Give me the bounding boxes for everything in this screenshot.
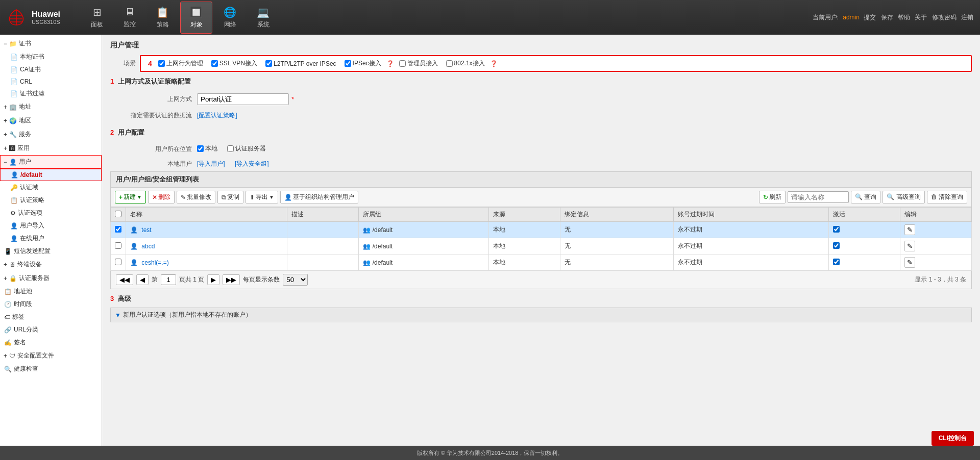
sidebar-item-auth-option[interactable]: ⚙ 认证选项 [0,207,102,219]
sidebar-item-sms-config[interactable]: 📱 短信发送配置 [0,245,102,258]
scenario-ssl-vpn[interactable]: SSL VPN接入 [211,59,257,68]
sidebar-item-user[interactable]: − 👤 用户 [0,155,102,169]
action-change-pw[interactable]: 修改密码 [932,14,957,21]
8021x-help-icon[interactable]: ❓ [490,60,498,67]
scenario-num: 4 [148,60,152,68]
auth-policy-link[interactable]: [配置认证策略] [197,112,237,119]
location-local-check[interactable] [197,145,204,152]
search-button[interactable]: 🔍 查询 [851,191,880,203]
page-input[interactable] [161,274,176,285]
sidebar-item-auth-domain[interactable]: 🔑 认证域 [0,181,102,194]
row3-checkbox[interactable] [115,259,121,265]
th-edit: 编辑 [900,208,972,222]
row2-active-check[interactable] [833,242,840,249]
sidebar-item-url-category[interactable]: 🔗 URL分类 [0,323,102,336]
sidebar-item-tag[interactable]: 🏷 标签 [0,311,102,323]
next-page-button[interactable]: ▶ [207,274,219,285]
scenario-8021x-check[interactable] [446,60,453,67]
prev-page-button[interactable]: ◀ [136,274,149,285]
sidebar-item-user-import[interactable]: 👤 用户导入 [0,219,102,232]
location-auth-server-check[interactable] [227,145,234,152]
action-logout[interactable]: 注销 [961,14,973,21]
sidebar-item-online-user[interactable]: 👤 在线用户 [0,232,102,245]
import-user-link[interactable]: [导入用户] [197,160,225,167]
scenario-internet-mgmt[interactable]: 上网行为管理 [158,59,203,68]
row3-active-check[interactable] [833,259,840,265]
import-group-link[interactable]: [导入安全组] [235,160,269,167]
sidebar-item-service[interactable]: + 🔧 服务 [0,127,102,141]
copy-button[interactable]: ⧉ 复制 [217,191,243,203]
scenario-ipsec[interactable]: IPSec接入 [345,59,381,68]
sidebar-item-region[interactable]: + 🌍 地区 [0,114,102,127]
scenario-admin[interactable]: 管理员接入 [399,59,438,68]
first-page-button[interactable]: ◀◀ [116,274,133,285]
toolbar-right: ↻ 刷新 🔍 查询 🔍 高级查询 🗑 清除查询 [759,191,967,203]
scenario-ssl-vpn-check[interactable] [211,60,218,67]
clear-search-button[interactable]: 🗑 清除查询 [927,191,967,203]
sidebar-item-health-check[interactable]: 🔍 健康检查 [0,363,102,375]
location-auth-server-option[interactable]: 认证服务器 [227,144,266,153]
row1-group-icon: 👥 [363,226,371,234]
nav-panel[interactable]: ⊞ 面板 [82,2,112,33]
row3-user-icon: 👤 [130,259,138,266]
cli-button[interactable]: CLI控制台 [932,431,974,446]
sidebar-item-default[interactable]: 👤 /default [0,169,102,181]
export-button[interactable]: ⬆ 导出 ▼ [246,191,278,203]
access-method-input[interactable] [197,93,289,105]
page-total: 页共 1 页 [179,275,204,284]
sidebar-item-app[interactable]: + 🅰 应用 [0,141,102,155]
scenario-internet-mgmt-check[interactable] [158,60,165,67]
search-input[interactable] [788,191,849,203]
batch-edit-button[interactable]: ✎ 批量修改 [177,191,215,203]
scenario-l2tp-check[interactable] [265,60,272,67]
row2-name-link[interactable]: abcd [141,243,155,250]
action-submit[interactable]: 提交 [864,14,876,21]
advanced-search-button[interactable]: 🔍 高级查询 [883,191,924,203]
ipsec-help-icon[interactable]: ❓ [386,60,394,67]
sidebar-item-signature[interactable]: ✍ 签名 [0,336,102,349]
nav-object[interactable]: 🔲 对象 [180,2,212,34]
refresh-button[interactable]: ↻ 刷新 [759,191,786,203]
sidebar-item-auth-server[interactable]: + 🔒 认证服务器 [0,271,102,285]
sidebar-item-address[interactable]: + 🏢 地址 [0,100,102,114]
row1-edit-button[interactable]: ✎ [904,224,915,235]
row2-checkbox[interactable] [115,242,121,249]
sidebar-item-crl[interactable]: 📄 CRL [0,76,102,87]
nav-policy[interactable]: 📋 策略 [147,2,178,33]
sidebar-item-local-cert[interactable]: 📄 本地证书 [0,50,102,63]
nav-system[interactable]: 💻 系统 [248,2,279,33]
row1-name-link[interactable]: test [141,226,151,234]
scenario-ipsec-check[interactable] [345,60,351,67]
sidebar-item-addr-pool[interactable]: 📋 地址池 [0,285,102,298]
sidebar-item-terminal[interactable]: + 🖥 终端设备 [0,258,102,271]
row2-group-cell: 👥 /default [359,238,489,254]
nav-network[interactable]: 🌐 网络 [214,2,246,33]
per-page-select[interactable]: 50 100 200 [283,274,308,286]
nav-monitor[interactable]: 🖥 监控 [114,2,145,33]
scenario-l2tp[interactable]: L2TP/L2TP over IPSec [265,60,336,67]
row1-active-check[interactable] [833,226,840,233]
location-local-option[interactable]: 本地 [197,144,217,153]
row3-edit-button[interactable]: ✎ [904,257,915,268]
row2-edit-button[interactable]: ✎ [904,241,915,251]
adv-toggle[interactable]: ▼ 新用户认证选项（新用户指本地不存在的账户） [110,308,972,322]
action-help[interactable]: 帮助 [898,14,910,21]
select-all-checkbox[interactable] [115,211,121,217]
action-about[interactable]: 关于 [915,14,927,21]
action-save[interactable]: 保存 [881,14,893,21]
current-user[interactable]: admin [843,14,860,21]
sidebar-item-cert-filter[interactable]: 📄 证书过滤 [0,87,102,100]
sidebar-item-ca-cert[interactable]: 📄 CA证书 [0,63,102,76]
org-user-button[interactable]: 👤 基于组织结构管理用户 [280,191,358,203]
new-button[interactable]: + 新建 ▼ [115,191,146,203]
sidebar-item-security-profile[interactable]: + 🛡 安全配置文件 [0,349,102,363]
sidebar-item-auth-policy[interactable]: 📋 认证策略 [0,194,102,207]
row3-name-link[interactable]: ceshi(=.=) [141,259,168,266]
sidebar-item-cert[interactable]: − 📁 证书 [0,37,102,50]
delete-button[interactable]: ✕ 删除 [148,191,175,203]
scenario-admin-check[interactable] [399,60,406,67]
sidebar-item-time-period[interactable]: 🕐 时间段 [0,298,102,311]
last-page-button[interactable]: ▶▶ [223,274,240,285]
scenario-8021x[interactable]: 802.1x接入 [446,59,485,68]
row1-checkbox[interactable] [115,226,121,233]
